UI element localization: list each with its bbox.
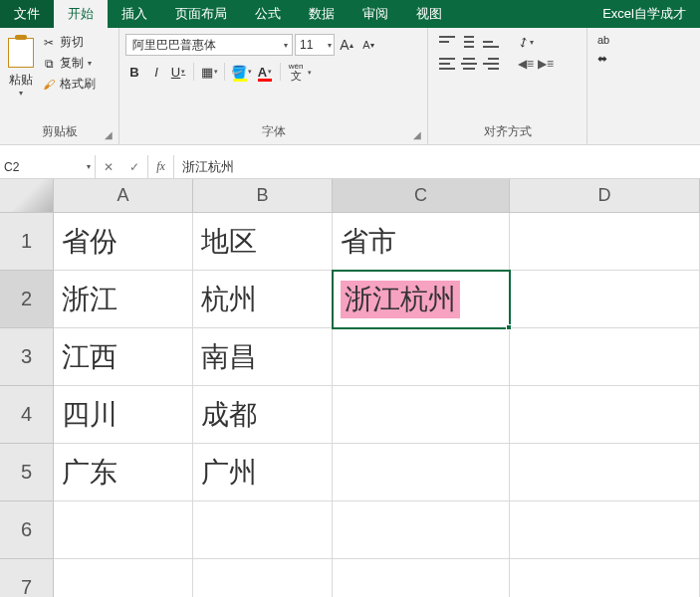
cell-B3[interactable]: 南昌 [193, 328, 333, 386]
check-icon: ✓ [129, 160, 139, 174]
ribbon: 粘贴 ▾ ✂ 剪切 ⧉ 复制 ▾ 🖌 格式刷 剪贴板 [0, 28, 700, 145]
cell-B6[interactable] [193, 501, 333, 559]
cell-C5[interactable] [333, 444, 510, 501]
group-label-clipboard: 剪贴板 [42, 124, 78, 138]
cell-C7[interactable] [333, 559, 510, 597]
row-header-5[interactable]: 5 [0, 444, 54, 501]
bold-button[interactable]: B [125, 62, 143, 82]
cell-C1[interactable]: 省市 [333, 213, 510, 271]
align-bottom-button[interactable] [482, 34, 500, 50]
ribbon-group-alignment: ⤢▾ ◀≡ ▶≡ 对齐方式 [428, 28, 587, 144]
cell-B4[interactable]: 成都 [193, 386, 333, 444]
cell-A4[interactable]: 四川 [54, 386, 193, 444]
cell-C2[interactable]: 浙江杭州 [333, 271, 510, 328]
row-header-6[interactable]: 6 [0, 501, 54, 559]
cell-D2[interactable] [510, 271, 700, 328]
align-left-button[interactable] [438, 56, 456, 72]
merge-button[interactable]: ⬌ [597, 52, 607, 66]
align-middle-button[interactable] [460, 34, 478, 50]
align-center-button[interactable] [460, 56, 478, 72]
insert-function-button[interactable]: fx [147, 155, 173, 178]
row-header-7[interactable]: 7 [0, 559, 54, 597]
tab-3[interactable]: 公式 [241, 0, 295, 28]
font-family-select[interactable]: 阿里巴巴普惠体▾ [125, 34, 293, 56]
cell-A6[interactable] [54, 501, 193, 559]
row-header-3[interactable]: 3 [0, 328, 54, 386]
cut-button[interactable]: ✂ 剪切 [42, 34, 96, 51]
align-top-button[interactable] [438, 34, 456, 50]
cell-C3[interactable] [333, 328, 510, 386]
shrink-font-button[interactable]: A▾ [358, 35, 378, 55]
border-button[interactable]: ▦▾ [200, 62, 218, 82]
font-size-select[interactable]: 11▾ [295, 34, 335, 56]
group-label-font: 字体 [262, 124, 286, 138]
ribbon-group-wrap: ab ⬌ [587, 28, 627, 144]
tab-5[interactable]: 审阅 [349, 0, 402, 28]
merge-icon: ⬌ [597, 52, 607, 66]
formula-input[interactable]: 浙江杭州 [174, 155, 700, 178]
brand-label: Excel自学成才 [588, 0, 700, 28]
cell-D4[interactable] [510, 386, 700, 444]
tab-0[interactable]: 开始 [54, 0, 108, 28]
row-header-4[interactable]: 4 [0, 386, 54, 444]
italic-button[interactable]: I [147, 62, 165, 82]
border-icon: ▦ [201, 65, 213, 80]
increase-indent-button[interactable]: ▶≡ [538, 56, 554, 72]
tab-6[interactable]: 视图 [402, 0, 456, 28]
cell-C6[interactable] [333, 501, 510, 559]
copy-icon: ⧉ [42, 57, 56, 71]
column-header-B[interactable]: B [193, 179, 333, 213]
cell-D1[interactable] [510, 213, 700, 271]
tab-1[interactable]: 插入 [108, 0, 161, 28]
font-a-icon: A [258, 65, 267, 80]
cell-A3[interactable]: 江西 [54, 328, 193, 386]
bucket-icon: 🪣 [231, 65, 247, 80]
expand-clipboard-icon[interactable]: ◢ [105, 129, 113, 140]
cell-A5[interactable]: 广东 [54, 444, 193, 501]
select-all-corner[interactable] [0, 179, 54, 213]
font-color-button[interactable]: A▾ [256, 62, 274, 82]
group-label-align: 对齐方式 [484, 124, 532, 138]
cell-D7[interactable] [510, 559, 700, 597]
decrease-indent-button[interactable]: ◀≡ [518, 56, 534, 72]
wrap-text-button[interactable]: ab [597, 34, 609, 46]
paste-button[interactable]: 粘贴 ▾ [6, 34, 38, 98]
cell-A2[interactable]: 浙江 [54, 271, 193, 328]
chevron-down-icon[interactable]: ▾ [87, 162, 91, 171]
cell-A1[interactable]: 省份 [54, 213, 193, 271]
confirm-formula-button[interactable]: ✓ [121, 155, 147, 178]
cell-D6[interactable] [510, 501, 700, 559]
tab-2[interactable]: 页面布局 [161, 0, 241, 28]
cell-B1[interactable]: 地区 [193, 213, 333, 271]
expand-font-icon[interactable]: ◢ [413, 129, 421, 140]
grow-font-button[interactable]: A▴ [337, 35, 356, 55]
row-header-2[interactable]: 2 [0, 271, 54, 328]
scissors-icon: ✂ [42, 36, 56, 50]
brush-icon: 🖌 [42, 78, 56, 92]
cell-B7[interactable] [193, 559, 333, 597]
cancel-formula-button[interactable]: ✕ [96, 155, 121, 178]
name-box[interactable]: C2 ▾ [0, 155, 96, 178]
menu-bar: 文件 开始插入页面布局公式数据审阅视图 Excel自学成才 [0, 0, 700, 28]
cell-A7[interactable] [54, 559, 193, 597]
format-painter-button[interactable]: 🖌 格式刷 [42, 76, 96, 93]
fill-color-button[interactable]: 🪣▾ [231, 62, 252, 82]
tab-file[interactable]: 文件 [0, 0, 54, 28]
copy-button[interactable]: ⧉ 复制 ▾ [42, 55, 96, 72]
pinyin-button[interactable]: wén文▾ [287, 62, 305, 82]
row-header-1[interactable]: 1 [0, 213, 54, 271]
underline-button[interactable]: U▾ [169, 62, 187, 82]
x-icon: ✕ [104, 160, 114, 174]
fill-handle[interactable] [506, 324, 512, 330]
cell-D3[interactable] [510, 328, 700, 386]
orientation-button[interactable]: ⤢▾ [518, 35, 534, 50]
cell-B2[interactable]: 杭州 [193, 271, 333, 328]
cell-B5[interactable]: 广州 [193, 444, 333, 501]
align-right-button[interactable] [482, 56, 500, 72]
column-header-D[interactable]: D [510, 179, 700, 213]
tab-4[interactable]: 数据 [295, 0, 349, 28]
column-header-C[interactable]: C [333, 179, 510, 213]
cell-D5[interactable] [510, 444, 700, 501]
column-header-A[interactable]: A [54, 179, 193, 213]
cell-C4[interactable] [333, 386, 510, 444]
